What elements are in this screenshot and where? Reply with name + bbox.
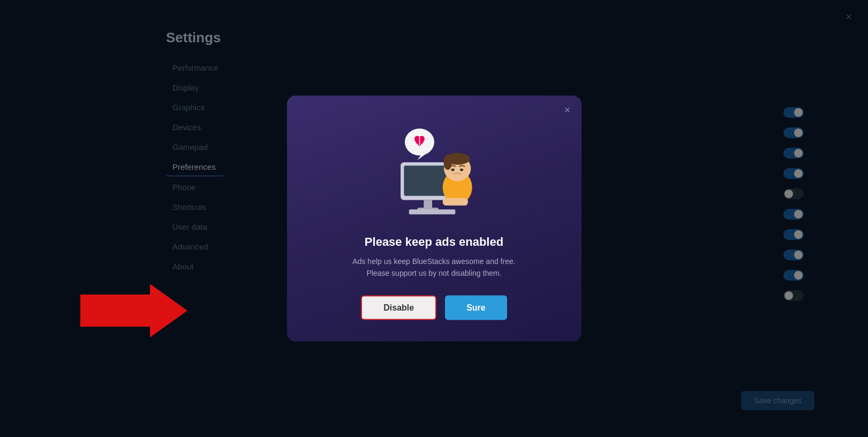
svg-rect-8 [409, 209, 455, 214]
ads-dialog: × Please keep ads enabled [287, 96, 582, 342]
svg-point-13 [451, 169, 454, 171]
dialog-buttons: Disable Sure [361, 295, 507, 320]
dialog-description: Ads help us keep BlueStacks awesome and … [352, 255, 515, 280]
sure-button[interactable]: Sure [445, 295, 507, 320]
dialog-title: Please keep ads enabled [365, 235, 503, 249]
svg-point-14 [459, 169, 463, 171]
svg-rect-6 [424, 200, 432, 209]
svg-rect-15 [442, 198, 467, 206]
disable-button[interactable]: Disable [361, 295, 436, 320]
dialog-close-button[interactable]: × [564, 104, 571, 115]
dialog-illustration [375, 117, 493, 224]
svg-point-12 [443, 155, 452, 170]
